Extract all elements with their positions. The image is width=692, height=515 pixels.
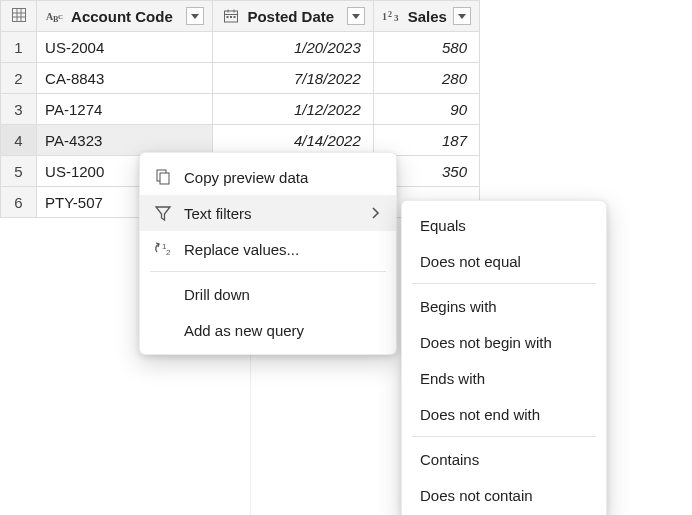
row-number[interactable]: 1 — [1, 32, 37, 63]
svg-text:2: 2 — [166, 248, 171, 257]
menu-add-as-new-query[interactable]: Add as new query — [140, 312, 396, 348]
filter-does-not-end-with[interactable]: Does not end with — [402, 396, 606, 432]
chevron-down-icon — [458, 14, 466, 19]
menu-label: Text filters — [184, 205, 360, 222]
menu-label: Drill down — [184, 286, 380, 303]
cell-sales[interactable]: 280 — [373, 63, 479, 94]
menu-drill-down[interactable]: Drill down — [140, 276, 396, 312]
svg-rect-14 — [234, 16, 236, 18]
chevron-down-icon — [191, 14, 199, 19]
svg-text:1: 1 — [382, 11, 387, 22]
row-number[interactable]: 2 — [1, 63, 37, 94]
svg-rect-0 — [12, 8, 25, 21]
cell-account[interactable]: CA-8843 — [37, 63, 213, 94]
replace-icon: 1 2 — [152, 240, 174, 258]
column-header-sales[interactable]: 1 2 3 Sales — [373, 1, 479, 32]
svg-rect-12 — [227, 16, 229, 18]
filter-begins-with[interactable]: Begins with — [402, 288, 606, 324]
column-label: Account Code — [71, 8, 180, 25]
column-filter-button[interactable] — [186, 7, 204, 25]
row-number[interactable]: 4 — [1, 125, 37, 156]
table-row[interactable]: 4 PA-4323 4/14/2022 187 — [1, 125, 480, 156]
cell-date[interactable]: 1/20/2023 — [213, 32, 373, 63]
row-number[interactable]: 5 — [1, 156, 37, 187]
menu-copy-preview-data[interactable]: Copy preview data — [140, 159, 396, 195]
menu-replace-values[interactable]: 1 2 Replace values... — [140, 231, 396, 267]
svg-text:C: C — [58, 13, 63, 21]
select-all-corner[interactable] — [1, 1, 37, 32]
text-type-icon: A B C — [45, 9, 65, 23]
context-menu: Copy preview data Text filters 1 2 Repla… — [139, 152, 397, 355]
column-filter-button[interactable] — [453, 7, 471, 25]
svg-text:2: 2 — [388, 10, 392, 19]
menu-label: Add as new query — [184, 322, 380, 339]
table-row[interactable]: 2 CA-8843 7/18/2022 280 — [1, 63, 480, 94]
cell-date[interactable]: 4/14/2022 — [213, 125, 373, 156]
cell-account[interactable]: PA-1274 — [37, 94, 213, 125]
filter-ends-with[interactable]: Ends with — [402, 360, 606, 396]
table-row[interactable]: 1 US-2004 1/20/2023 580 — [1, 32, 480, 63]
table-icon — [11, 7, 27, 23]
cell-date[interactable]: 7/18/2022 — [213, 63, 373, 94]
menu-text-filters[interactable]: Text filters — [140, 195, 396, 231]
filter-does-not-equal[interactable]: Does not equal — [402, 243, 606, 279]
filter-equals[interactable]: Equals — [402, 207, 606, 243]
filter-contains[interactable]: Contains — [402, 441, 606, 477]
chevron-right-icon — [370, 205, 380, 222]
cell-sales[interactable]: 187 — [373, 125, 479, 156]
cell-account[interactable]: US-2004 — [37, 32, 213, 63]
column-header-date[interactable]: Posted Date — [213, 1, 373, 32]
svg-text:3: 3 — [394, 13, 399, 23]
menu-separator — [412, 283, 596, 284]
column-filter-button[interactable] — [347, 7, 365, 25]
copy-icon — [152, 168, 174, 186]
column-header-account[interactable]: A B C Account Code — [37, 1, 213, 32]
column-label: Posted Date — [247, 8, 340, 25]
chevron-down-icon — [352, 14, 360, 19]
date-type-icon — [221, 8, 241, 24]
row-number[interactable]: 3 — [1, 94, 37, 125]
row-number[interactable]: 6 — [1, 187, 37, 218]
menu-label: Replace values... — [184, 241, 380, 258]
table-row[interactable]: 3 PA-1274 1/12/2022 90 — [1, 94, 480, 125]
svg-rect-19 — [160, 173, 169, 184]
menu-separator — [150, 271, 386, 272]
cell-account[interactable]: PA-4323 — [37, 125, 213, 156]
filter-does-not-contain[interactable]: Does not contain — [402, 477, 606, 513]
filter-icon — [152, 204, 174, 222]
cell-sales[interactable]: 90 — [373, 94, 479, 125]
text-filters-submenu: Equals Does not equal Begins with Does n… — [401, 200, 607, 515]
column-label: Sales — [408, 8, 447, 25]
svg-rect-13 — [230, 16, 232, 18]
number-type-icon: 1 2 3 — [382, 9, 402, 23]
filter-does-not-begin-with[interactable]: Does not begin with — [402, 324, 606, 360]
cell-date[interactable]: 1/12/2022 — [213, 94, 373, 125]
menu-separator — [412, 436, 596, 437]
cell-sales[interactable]: 580 — [373, 32, 479, 63]
menu-label: Copy preview data — [184, 169, 380, 186]
